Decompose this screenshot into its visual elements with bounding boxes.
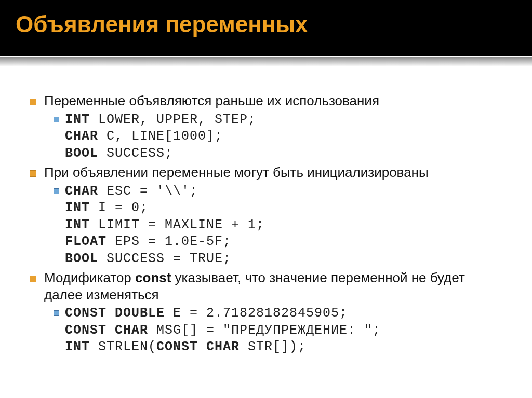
code-block: char esc = '\\'; int i = 0; int limit = … [65,183,506,268]
header-shadow [0,57,532,66]
slide-header: Объявления переменных [0,0,532,57]
code-block: int lower, upper, step; char c, line[100… [65,112,506,162]
bullet-text: Модификатор const указывает, что значени… [44,269,506,303]
slide-content: Переменные объявляются раньше их использ… [0,66,532,356]
bullet-list: Переменные объявляются раньше их использ… [44,92,506,356]
bullet-item: Модификатор const указывает, что значени… [44,269,506,356]
code-block: const double e = 2.71828182845905; const… [65,305,506,356]
bullet-item: Переменные объявляются раньше их использ… [44,92,506,162]
bullet-item: При объявлении переменные могут быть ини… [44,164,506,267]
code-line: const double e = 2.71828182845905; const… [65,305,506,356]
code-line: int lower, upper, step; char c, line[100… [65,112,506,162]
bullet-text: Переменные объявляются раньше их использ… [44,92,506,109]
slide-title: Объявления переменных [16,11,522,37]
code-line: char esc = '\\'; int i = 0; int limit = … [65,183,506,268]
bullet-text: При объявлении переменные могут быть ини… [44,164,506,181]
header-divider [0,56,532,57]
